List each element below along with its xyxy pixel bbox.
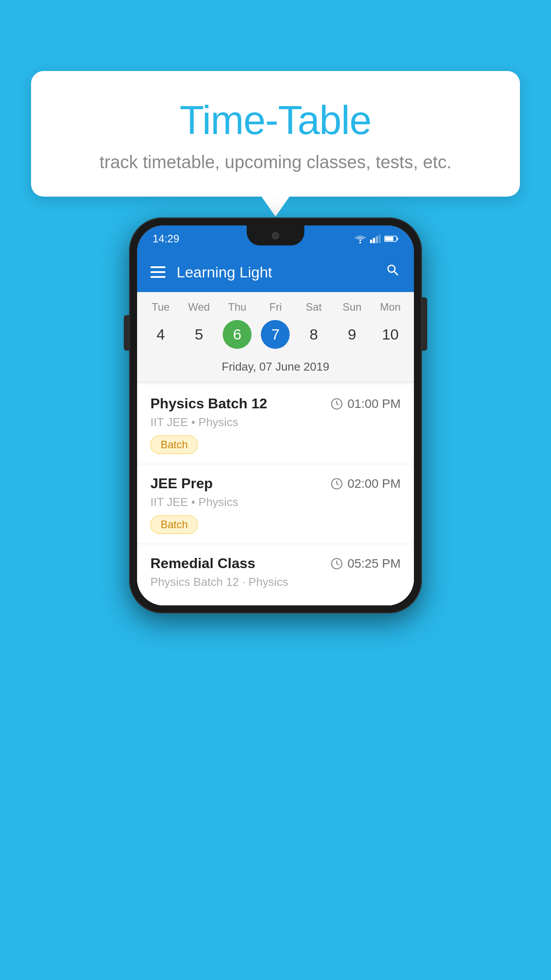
schedule-item-2-subtitle: IIT JEE • Physics: [150, 495, 401, 509]
date-4[interactable]: 4: [142, 320, 180, 349]
date-7-selected[interactable]: 7: [261, 320, 290, 349]
schedule-item-3[interactable]: Remedial Class 05:25 PM Physics Batch 12…: [137, 544, 414, 605]
status-time: 14:29: [153, 233, 179, 245]
status-bar: 14:29: [137, 225, 414, 252]
signal-icon: [370, 234, 381, 243]
schedule-item-3-title: Remedial Class: [150, 555, 256, 572]
clock-icon-1: [331, 398, 343, 410]
schedule-item-3-subtitle: Physics Batch 12 · Physics: [150, 575, 401, 589]
day-fri: Fri: [256, 301, 295, 318]
svg-rect-4: [379, 234, 381, 243]
clock-icon-2: [331, 478, 343, 490]
schedule-item-1-time: 01:00 PM: [331, 397, 401, 411]
day-mon: Mon: [371, 301, 409, 318]
phone-screen: 14:29: [137, 225, 414, 605]
svg-rect-2: [373, 238, 375, 243]
calendar-strip: Tue Wed Thu Fri Sat Sun Mon 4 5 6 7 8 9 …: [137, 292, 414, 384]
phone-mockup: 14:29: [129, 217, 422, 613]
day-wed: Wed: [180, 301, 218, 318]
svg-rect-1: [370, 240, 372, 243]
date-9[interactable]: 9: [333, 320, 371, 349]
day-thu: Thu: [218, 301, 256, 318]
days-row: Tue Wed Thu Fri Sat Sun Mon: [137, 301, 414, 318]
wifi-icon: [354, 234, 366, 243]
app-bar: Learning Light: [137, 252, 414, 292]
schedule-item-2-title: JEE Prep: [150, 475, 213, 492]
schedule-item-2[interactable]: JEE Prep 02:00 PM IIT JEE • Physics Batc…: [137, 464, 414, 544]
schedule-item-2-time-label: 02:00 PM: [347, 477, 401, 491]
schedule-item-1-badge: Batch: [150, 435, 198, 454]
schedule-item-2-time: 02:00 PM: [331, 477, 401, 491]
schedule-item-1[interactable]: Physics Batch 12 01:00 PM IIT JEE • Phys…: [137, 384, 414, 464]
speech-bubble: Time-Table track timetable, upcoming cla…: [31, 71, 520, 197]
bubble-title: Time-Table: [53, 98, 498, 143]
notch: [247, 225, 304, 245]
date-6-today[interactable]: 6: [223, 320, 252, 349]
schedule-item-3-header: Remedial Class 05:25 PM: [150, 555, 401, 572]
search-button[interactable]: [386, 263, 401, 281]
date-10[interactable]: 10: [371, 320, 409, 349]
phone-outer: 14:29: [129, 217, 422, 613]
schedule-item-3-time: 05:25 PM: [331, 557, 401, 571]
schedule-item-1-header: Physics Batch 12 01:00 PM: [150, 395, 401, 412]
schedule-item-2-badge: Batch: [150, 515, 198, 534]
bubble-subtitle: track timetable, upcoming classes, tests…: [53, 152, 498, 172]
app-title: Learning Light: [177, 264, 374, 281]
svg-point-0: [359, 242, 361, 243]
date-8[interactable]: 8: [295, 320, 333, 349]
date-5[interactable]: 5: [180, 320, 218, 349]
battery-icon: [384, 235, 398, 243]
schedule-list: Physics Batch 12 01:00 PM IIT JEE • Phys…: [137, 384, 414, 605]
day-sun: Sun: [333, 301, 371, 318]
selected-date-label: Friday, 07 June 2019: [137, 356, 414, 382]
schedule-item-1-subtitle: IIT JEE • Physics: [150, 415, 401, 429]
schedule-item-3-time-label: 05:25 PM: [347, 557, 401, 571]
svg-rect-7: [397, 237, 398, 240]
svg-rect-6: [385, 237, 394, 241]
clock-icon-3: [331, 557, 343, 570]
dates-row[interactable]: 4 5 6 7 8 9 10: [137, 318, 414, 356]
schedule-item-1-time-label: 01:00 PM: [347, 397, 401, 411]
svg-rect-3: [376, 236, 378, 243]
status-icons: [354, 234, 398, 243]
day-tue: Tue: [142, 301, 180, 318]
hamburger-menu[interactable]: [150, 266, 165, 278]
schedule-item-2-header: JEE Prep 02:00 PM: [150, 475, 401, 492]
schedule-item-1-title: Physics Batch 12: [150, 395, 267, 412]
day-sat: Sat: [295, 301, 333, 318]
camera: [272, 232, 279, 239]
